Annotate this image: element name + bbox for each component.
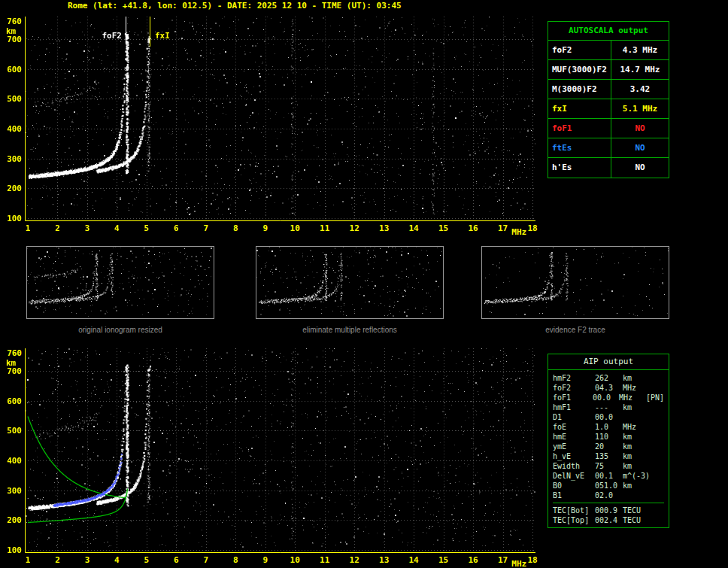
aip-value: 00.0 xyxy=(593,393,619,402)
aip-unit: m^(-3) xyxy=(623,471,651,481)
aip-unit: TECU xyxy=(623,515,651,525)
param-value: 3.42 xyxy=(611,80,669,99)
x-axis-tick-label: 8 xyxy=(227,223,244,233)
aip-row-fof1: foF100.0MHz[PN] xyxy=(553,393,664,402)
aip-name: hmE xyxy=(553,432,595,442)
x-axis-tick-label: 6 xyxy=(168,223,184,233)
y-axis-tick-label: 300 xyxy=(2,154,22,164)
aip-table-rows: hmF2262kmfoF204.3MHzfoF100.0MHz[PN]hmF1-… xyxy=(548,370,669,527)
aip-value: 000.9 xyxy=(595,506,623,515)
aip-unit: km xyxy=(623,461,651,471)
aip-name: TEC[Top] xyxy=(553,515,595,525)
y-axis-tick-label: 600 xyxy=(2,65,22,74)
aip-name: Ewidth xyxy=(553,461,595,471)
x-axis-tick-label: 12 xyxy=(346,555,362,565)
x-axis-tick-label: 18 xyxy=(524,223,541,233)
x-axis-tick-label: 2 xyxy=(49,555,65,565)
thumbnail-original xyxy=(26,246,214,319)
aip-unit: km xyxy=(623,451,651,461)
x-axis-tick-label: 5 xyxy=(138,223,155,233)
x-axis-tick-label: 14 xyxy=(405,223,422,233)
aip-name: foF1 xyxy=(553,393,593,402)
aip-row-d1: D100.0 xyxy=(553,412,664,422)
station-date-title: Rome (lat: +41.8, lon: 012.5) - DATE: 20… xyxy=(68,1,402,11)
aip-unit: MHz xyxy=(623,383,651,393)
aip-unit: km xyxy=(623,373,651,383)
foF2-marker-label: foF2 xyxy=(90,31,122,41)
x-axis-tick-label: 14 xyxy=(405,555,422,565)
param-label: fxI xyxy=(548,99,611,118)
aip-value: 002.4 xyxy=(595,515,623,525)
aip-name: foF2 xyxy=(553,383,595,393)
aip-value: 00.0 xyxy=(595,412,623,422)
aip-value: --- xyxy=(595,402,623,412)
param-value: 14.7 MHz xyxy=(611,60,669,79)
autoscala-table-header: AUTOSCALA output xyxy=(548,22,669,41)
fxI-marker-label: fxI xyxy=(155,31,170,41)
y-axis-unit-label: km xyxy=(6,358,16,368)
x-axis-tick-label: 10 xyxy=(287,555,303,565)
aip-row-b1: B102.0 xyxy=(553,491,664,500)
x-axis-tick-label: 11 xyxy=(317,223,333,233)
aip-name: ymE xyxy=(553,442,595,451)
y-axis-tick-label: 300 xyxy=(2,486,22,496)
x-axis-tick-label: 7 xyxy=(198,555,214,565)
param-label: MUF(3000)F2 xyxy=(548,60,611,79)
autoscala-row-fof2: foF24.3 MHz xyxy=(548,41,669,60)
x-axis-tick-label: 11 xyxy=(317,555,333,565)
autoscala-row-hes: h'EsNO xyxy=(548,158,669,178)
x-axis-unit-label: MHz xyxy=(511,559,526,568)
aip-value: 00.1 xyxy=(595,471,623,481)
thumbnail-caption: eliminate multiple reflections xyxy=(256,326,444,334)
aip-note xyxy=(651,451,664,461)
x-axis-tick-label: 12 xyxy=(346,223,362,233)
aip-row-hmf1: hmF1---km xyxy=(553,402,664,412)
x-axis-tick-label: 3 xyxy=(79,223,96,233)
aip-note xyxy=(651,461,664,471)
aip-note: [PN] xyxy=(646,393,664,402)
aip-row-hme: hmE110km xyxy=(553,432,664,442)
y-axis-tick-label: 760 xyxy=(2,348,22,358)
aip-value: 110 xyxy=(595,432,623,442)
aip-output-table: AIP output hmF2262kmfoF204.3MHzfoF100.0M… xyxy=(548,354,669,528)
param-value: NO xyxy=(611,158,669,178)
x-axis-tick-label: 15 xyxy=(435,223,452,233)
thumbnail-canvas-original xyxy=(27,247,214,318)
aip-name: D1 xyxy=(553,412,595,422)
aip-unit: km xyxy=(623,442,651,451)
aip-unit: km xyxy=(623,432,651,442)
aip-row-hmf2: hmF2262km xyxy=(553,373,664,383)
autoscala-row-m3000f2: M(3000)F23.42 xyxy=(548,80,669,99)
x-axis-tick-label: 1 xyxy=(20,223,36,233)
y-axis-tick-label: 600 xyxy=(2,396,22,406)
param-value: NO xyxy=(611,138,669,157)
aip-name: hmF1 xyxy=(553,402,595,412)
y-axis-tick-label: 760 xyxy=(2,17,22,26)
ionogram-aip: 760700600500400300200100km12345678910111… xyxy=(2,342,546,568)
x-axis-unit-label: MHz xyxy=(511,227,526,237)
param-label: foF1 xyxy=(548,119,611,138)
aip-row-ewidth: Ewidth75km xyxy=(553,461,664,471)
aip-table-header: AIP output xyxy=(548,354,669,370)
aip-row-hve: h_vE135km xyxy=(553,451,664,461)
aip-name: B1 xyxy=(553,491,595,500)
param-label: M(3000)F2 xyxy=(548,80,611,99)
autoscala-row-ftes: ftEsNO xyxy=(548,138,669,158)
x-axis-tick-label: 2 xyxy=(49,223,65,233)
x-axis-tick-label: 7 xyxy=(198,223,214,233)
y-axis-tick-label: 400 xyxy=(2,124,22,134)
aip-row-b0: B0051.0km xyxy=(553,481,664,491)
autoscala-screen: Rome (lat: +41.8, lon: 012.5) - DATE: 20… xyxy=(0,0,728,568)
aip-note xyxy=(651,383,664,393)
aip-value: 051.0 xyxy=(595,481,623,491)
aip-value: 135 xyxy=(595,451,623,461)
aip-note xyxy=(651,506,664,515)
aip-name: foE xyxy=(553,422,595,432)
aip-note xyxy=(651,481,664,491)
x-axis-tick-label: 17 xyxy=(495,555,511,565)
x-axis-tick-label: 5 xyxy=(138,555,155,565)
thumbnail-caption: original ionogram resized xyxy=(26,326,214,334)
y-axis-tick-label: 100 xyxy=(2,545,22,555)
param-label: foF2 xyxy=(548,41,611,59)
x-axis-tick-label: 4 xyxy=(108,555,125,565)
